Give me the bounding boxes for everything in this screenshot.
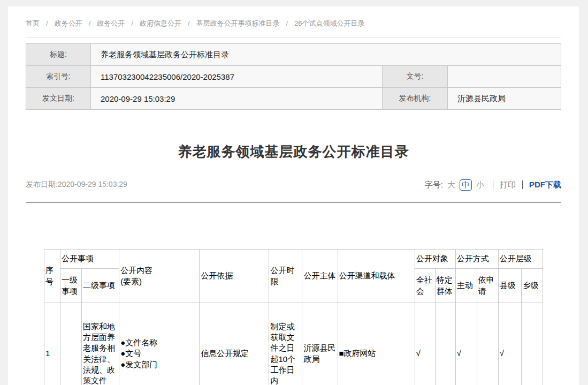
col-header-level-town: 乡级	[521, 269, 543, 303]
cell-subject: 沂源县民政局	[302, 303, 338, 385]
col-header-mode-active: 主动	[455, 269, 477, 303]
print-button[interactable]: 打印	[500, 180, 516, 190]
col-header-level2: 二级事项	[82, 269, 119, 303]
meta-label-docno: 文号:	[383, 66, 448, 88]
breadcrumb-link-zwgk-1[interactable]: 政务公开	[55, 19, 82, 27]
col-header-time-limit: 公开时限	[269, 250, 302, 303]
col-header-level-county: 县级	[498, 269, 521, 303]
col-header-channel: 公开渠道和载体	[338, 250, 415, 303]
pdf-download-link[interactable]: PDF下载	[529, 180, 561, 190]
meta-value-docno	[448, 66, 561, 88]
publish-date-label: 发布日期:	[26, 180, 58, 188]
col-header-basis: 公开依据	[200, 250, 269, 303]
cell-mode-request	[477, 303, 498, 385]
cell-basis: 信息公开规定	[200, 303, 269, 385]
article-controls: 字号: 大 中 小 打印 PDF下载	[425, 179, 561, 191]
fontsize-large-button[interactable]: 大	[447, 180, 455, 190]
col-header-mode-group: 公开方式	[455, 250, 498, 269]
meta-row-index: 索引号: 113703230042235006/2020-2025387 文号:	[26, 66, 561, 88]
cell-target-specific	[435, 303, 455, 385]
col-header-item-group: 公开事项	[60, 250, 119, 269]
meta-value-index: 113703230042235006/2020-2025387	[91, 66, 383, 88]
breadcrumb-current: 26个试点领域公开目录	[294, 19, 364, 27]
meta-value-agency: 沂源县民政局	[448, 88, 561, 110]
cell-level2: 国家和地方层面养老服务相关法律、法规、政策文件	[82, 303, 119, 385]
col-header-target-specific: 特定群体	[435, 269, 455, 303]
meta-label-index: 索引号:	[26, 66, 91, 88]
fontsize-small-button[interactable]: 小	[476, 180, 484, 190]
meta-value-date: 2020-09-29 15:03:29	[91, 88, 383, 110]
col-header-content: 公开内容 (要素)	[119, 250, 200, 303]
breadcrumb-link-standard-catalog[interactable]: 基层政务公开事项标准目录	[196, 19, 280, 27]
cell-target-all: √	[415, 303, 435, 385]
col-header-level-group: 公开层级	[498, 250, 543, 269]
col-header-mode-request: 依申请	[477, 269, 498, 303]
meta-value-title: 养老服务领域基层政务公开标准目录	[91, 44, 561, 66]
fontsize-medium-button[interactable]: 中	[460, 179, 472, 191]
meta-label-agency: 发布机构:	[383, 88, 448, 110]
breadcrumb: 首页/政务公开/政务公开/政府信息公开/基层政务公开事项标准目录/26个试点领域…	[26, 13, 561, 38]
breadcrumb-link-gov-info[interactable]: 政府信息公开	[140, 19, 181, 27]
content-card: 首页/政务公开/政务公开/政府信息公开/基层政务公开事项标准目录/26个试点领域…	[8, 6, 579, 385]
col-header-target-all: 全社会	[415, 269, 435, 303]
content-bullet-item: ●发文部门	[120, 359, 198, 370]
meta-table: 标题: 养老服务领域基层政务公开标准目录 索引号: 11370323004223…	[26, 43, 561, 110]
breadcrumb-separator: /	[46, 19, 48, 27]
breadcrumb-separator: /	[89, 19, 91, 27]
cell-level-town	[521, 303, 543, 385]
col-header-subject: 公开主体	[302, 250, 338, 303]
publish-row: 发布日期:2020-09-29 15:03:29 字号: 大 中 小 打印 PD…	[26, 178, 561, 191]
breadcrumb-link-home[interactable]: 首页	[26, 19, 40, 27]
cell-content: ●文件名称 ●文号 ●发文部门	[119, 303, 200, 385]
meta-label-date: 发文日期:	[26, 88, 91, 110]
cell-mode-active: √	[455, 303, 477, 385]
table-row: 1 国家和地方层面养老服务相关法律、法规、政策文件 ●文件名称 ●文号 ●发文部…	[44, 303, 543, 385]
content-bullet-item: ●文号	[120, 348, 198, 359]
meta-row-date: 发文日期: 2020-09-29 15:03:29 发布机构: 沂源县民政局	[26, 88, 561, 110]
fontsize-label: 字号:	[425, 180, 443, 190]
catalog-table: 序号 公开事项 公开内容 (要素) 公开依据 公开时限 公开主体 公开渠道和载体…	[44, 249, 543, 385]
publish-date-value: 2020-09-29 15:03:29	[58, 180, 127, 188]
vertical-divider	[522, 180, 523, 189]
breadcrumb-separator: /	[131, 19, 133, 27]
header-row-groups: 序号 公开事项 公开内容 (要素) 公开依据 公开时限 公开主体 公开渠道和载体…	[44, 250, 543, 269]
page-title: 养老服务领域基层政务公开标准目录	[26, 143, 561, 160]
cell-level1	[60, 303, 82, 385]
publish-date: 发布日期:2020-09-29 15:03:29	[26, 180, 127, 190]
cell-level-county: √	[498, 303, 521, 385]
cell-channel: ■政府网站	[338, 303, 415, 385]
divider-line	[26, 202, 561, 203]
col-header-level1: 一级事项	[60, 269, 82, 303]
cell-time-limit: 制定或获取文件之日起10个工作日内	[269, 303, 302, 385]
col-header-no: 序号	[44, 250, 60, 303]
content-bullet-item: ●文件名称	[120, 337, 198, 348]
cell-no: 1	[44, 303, 60, 385]
meta-label-title: 标题:	[26, 44, 91, 66]
vertical-divider	[493, 180, 493, 189]
breadcrumb-link-zwgk-2[interactable]: 政务公开	[97, 19, 125, 27]
breadcrumb-separator: /	[188, 19, 190, 27]
col-header-target-group: 公开对象	[415, 250, 455, 269]
meta-row-title: 标题: 养老服务领域基层政务公开标准目录	[26, 44, 561, 66]
breadcrumb-separator: /	[286, 19, 288, 27]
